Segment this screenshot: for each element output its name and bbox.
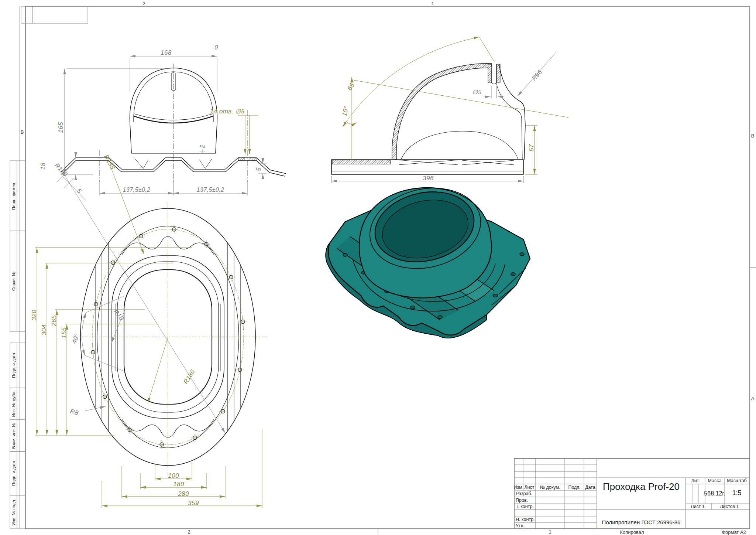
margin-label-vzam-inv: Взам. инв. № — [11, 422, 16, 449]
title-block-col-izm: Изм. — [514, 485, 524, 490]
dim-front-pitch-right: 137,5±0,2 — [197, 187, 224, 193]
margin-label-podp-data-1: Подп. и дата — [11, 353, 16, 378]
dim-top-v-155: 155 — [61, 327, 68, 338]
title-block-scale-label: Масштаб — [727, 478, 746, 483]
dim-side-dia-5: ∅5 — [472, 88, 481, 96]
footer-format-label: Формат А2 — [722, 529, 746, 535]
dim-top-v-320: 320 — [31, 310, 38, 321]
margin-label-inv-dubl: Инв. № дубл. — [11, 391, 16, 417]
dim-front-zero: 0 — [214, 44, 218, 51]
zone-label-bottom-2: 2 — [188, 529, 190, 535]
isometric-3d-view — [326, 178, 530, 338]
dim-side-len-396: 396 — [423, 175, 434, 182]
dim-front-holes-14: 14 отв. ∅5 — [210, 108, 245, 115]
title-block-scale-value: 1:5 — [732, 489, 741, 497]
title-block-material: Полипропилен ГОСТ 26996-86 — [602, 519, 681, 525]
dim-front-pitch-left: 137,5±0,2 — [123, 187, 151, 193]
title-block-mass-label: Масса — [708, 478, 722, 483]
drawing-linework — [0, 0, 756, 535]
dim-top-v-304: 304 — [41, 324, 48, 335]
zone-label-left-b: В — [21, 129, 24, 135]
title-block-row-prov: Пров. — [516, 498, 528, 503]
dim-side-h-57: 57 — [528, 144, 535, 151]
margin-label-inv-podl: Инв. № подл. — [11, 499, 16, 525]
drawing-sheet: 2 1 2 1 В В А Копировал Формат А2 Перв. … — [0, 0, 756, 535]
title-block-col-ndok: № докум. — [540, 485, 560, 490]
title-block-lit-label: Лит. — [691, 478, 700, 483]
title-block-col-list: Лист — [524, 485, 534, 490]
zone-label-top-2: 2 — [142, 1, 145, 6]
title-block-row-utv: Утв. — [516, 523, 525, 528]
margin-label-sprav-no: Справ. № — [11, 272, 16, 291]
title-block-doc-title: Проходка Prof-20 — [603, 481, 680, 493]
dim-front-width-168: 168 — [161, 49, 172, 57]
title-block-sheets-label: Листов 1 — [720, 504, 739, 509]
zone-label-right-a: А — [751, 396, 755, 401]
dim-front-height-165: 165 — [57, 122, 65, 133]
dim-front-thickness-2: 2 — [199, 144, 206, 148]
dim-top-h-100: 100 — [168, 472, 179, 480]
dim-top-h-359: 359 — [188, 500, 199, 507]
dim-top-v-265: 265 — [51, 315, 58, 326]
zone-label-top-1: 1 — [431, 1, 434, 6]
dim-top-h-180: 180 — [173, 481, 184, 488]
dim-front-depth-5: 5 — [255, 167, 262, 171]
margin-label-perv-primen: Перв. примен. — [11, 182, 16, 210]
zone-label-bottom-1: 1 — [549, 529, 551, 535]
title-block-mass-value: 568.12г. — [704, 490, 725, 497]
title-block-row-razrab: Разраб. — [516, 491, 532, 496]
dim-front-base-18: 18 — [39, 163, 47, 170]
title-block-sheet-label: Лист 1 — [691, 504, 705, 509]
title-block-row-tkontr: Т. контр. — [516, 504, 534, 509]
margin-label-podp-data-2: Подп. и дата — [11, 461, 16, 486]
dim-top-h-280: 280 — [178, 490, 189, 498]
title-block-col-data: Дата — [585, 485, 595, 490]
title-block-row-nkontr: Н. контр. — [516, 517, 535, 522]
zone-label-right-b: В — [751, 133, 755, 139]
footer-copied-label: Копировал — [620, 529, 644, 535]
title-block-col-podp: Подп. — [568, 485, 580, 490]
